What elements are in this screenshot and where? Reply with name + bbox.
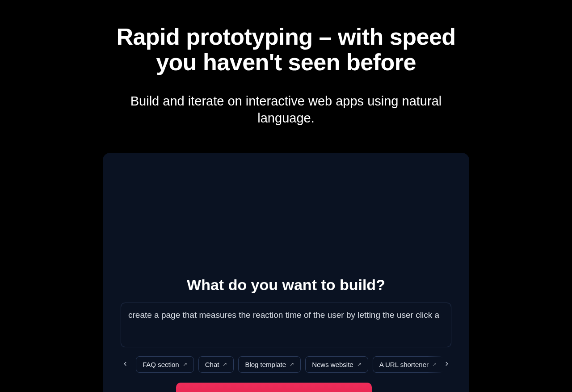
builder-panel: What do you want to build? FAQ section ↗… [103,153,469,392]
chip-label: Chat [205,361,219,368]
chips-next-button[interactable] [442,356,451,372]
page-subheadline: Build and iterate on interactive web app… [103,93,469,126]
chevron-left-icon [122,361,128,368]
chip-news-website[interactable]: News website ↗ [305,356,368,373]
chip-label: Blog template [245,361,286,368]
arrow-up-right-icon: ↗ [223,361,227,367]
prompt-input[interactable] [121,303,451,347]
create-button[interactable]: Create [176,383,372,392]
chip-label: A URL shortener [379,361,429,368]
chevron-right-icon [444,361,450,368]
arrow-up-right-icon: ↗ [290,361,294,367]
arrow-up-right-icon: ↗ [432,361,437,367]
arrow-up-right-icon: ↗ [357,361,362,367]
chips-prev-button[interactable] [121,356,130,372]
chip-faq-section[interactable]: FAQ section ↗ [136,356,194,373]
prompt-heading: What do you want to build? [103,276,469,294]
chip-url-shortener[interactable]: A URL shortener ↗ [373,356,442,373]
page-headline: Rapid prototyping – with speed you haven… [103,24,469,75]
create-options-button[interactable] [377,383,396,392]
chip-label: FAQ section [143,361,179,368]
chip-blog-template[interactable]: Blog template ↗ [238,356,301,373]
chip-label: News website [312,361,353,368]
chip-chat[interactable]: Chat ↗ [198,356,234,373]
arrow-up-right-icon: ↗ [183,361,187,367]
suggestion-chips: FAQ section ↗ Chat ↗ Blog template ↗ New… [130,356,442,373]
